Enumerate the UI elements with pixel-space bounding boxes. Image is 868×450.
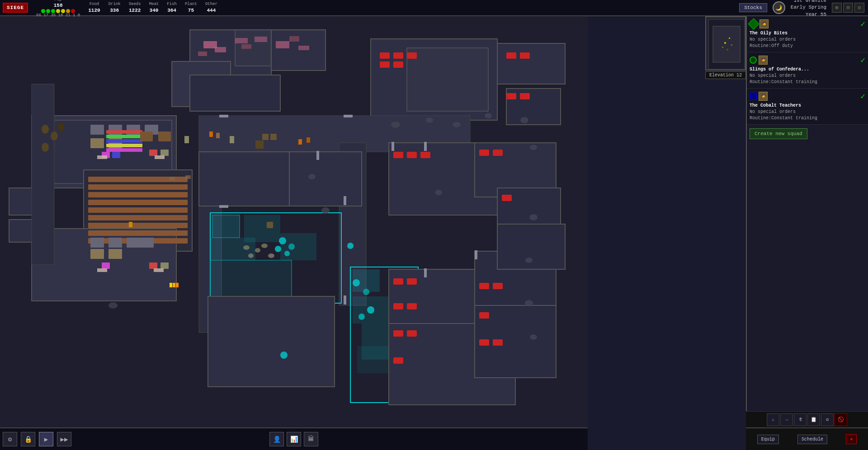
- minimap: [705, 16, 746, 70]
- moon-icon: 🌙: [773, 1, 785, 14]
- squad-1-section: 🧔 ✓ The Oily Bites No special orders Rou…: [747, 16, 868, 52]
- squad-1-check: ✓: [860, 19, 865, 29]
- meat-group: Meat 340: [149, 2, 159, 14]
- game-canvas[interactable]: [0, 16, 588, 450]
- center-icon-1[interactable]: 👤: [269, 432, 284, 446]
- drink-group: Drink 336: [108, 2, 121, 14]
- bottom-right-toolbar: Equip Schedule ✕: [746, 427, 868, 450]
- squad-1-info: The Oily Bites No special orders Routine…: [750, 30, 865, 49]
- squad-1-avatar: 🧔: [760, 19, 769, 28]
- dot-1: [41, 9, 45, 13]
- rp-tool-scroll[interactable]: 📋: [807, 413, 820, 426]
- food-group: Food 1120: [88, 2, 100, 14]
- svg-rect-1: [713, 26, 740, 62]
- stocks-button[interactable]: Stocks: [739, 3, 767, 12]
- svg-rect-2: [724, 42, 726, 44]
- right-panel: 🧔 ✓ The Oily Bites No special orders Rou…: [746, 16, 868, 450]
- close-button[interactable]: ✕: [846, 434, 857, 444]
- equip-button[interactable]: Equip: [757, 435, 779, 444]
- rp-toolbar: ⚔ → 🗡 📋 ⚙ 🚫: [746, 411, 868, 427]
- dot-6: [66, 9, 70, 13]
- squad-2-section: 🧔 ✓ Slings of Confedera... No special or…: [747, 52, 868, 89]
- rp-tool-gear[interactable]: ⚙: [821, 413, 834, 426]
- squad-3-icon: [750, 93, 757, 100]
- center-bottom-icons: 👤 📊 🏛: [269, 432, 318, 446]
- bottom-icon-lock[interactable]: 🔒: [21, 432, 35, 446]
- fish-group: Fish 364: [167, 2, 177, 14]
- dot-4: [56, 9, 60, 13]
- squad-2-icon: [750, 56, 757, 64]
- rp-tool-cancel[interactable]: 🚫: [835, 413, 847, 426]
- svg-rect-5: [731, 44, 732, 46]
- squad-2-check: ✓: [860, 55, 865, 65]
- center-icon-2[interactable]: 📊: [287, 432, 301, 446]
- pop-group: Pop 158 66 17 35 18 21 1 0: [36, 0, 80, 18]
- dot-7: [71, 9, 75, 13]
- squad-3-check: ✓: [860, 91, 865, 101]
- seeds-group: Seeds 1222: [129, 2, 141, 14]
- squad-2-info: Slings of Confedera... No special orders…: [750, 66, 865, 85]
- dot-3: [51, 9, 55, 13]
- squad-3-section: 🧔 ✓ The Cobalt Teachers No special order…: [747, 89, 868, 125]
- minimap-content: [706, 17, 745, 70]
- top-right-bar: Stocks 🌙 1st Granite Early Spring Year 5…: [588, 0, 868, 16]
- dot-2: [46, 9, 50, 13]
- rp-tool-sword[interactable]: ⚔: [767, 413, 779, 426]
- squad-3-info: The Cobalt Teachers No special orders Ro…: [750, 103, 865, 122]
- plant-group: Plant 75: [185, 2, 197, 14]
- other-group: Other 444: [205, 2, 217, 14]
- game-background: [0, 16, 588, 450]
- squad-1-icon: [748, 18, 759, 29]
- rp-tool-dagger[interactable]: 🗡: [794, 413, 807, 426]
- menu-btn-1[interactable]: ⊞: [832, 3, 842, 13]
- squad-3-header: 🧔 ✓: [750, 91, 865, 101]
- schedule-button[interactable]: Schedule: [797, 435, 827, 444]
- top-bar: SIEGE Pop 158 66 17 35 18 21 1 0 Food 11…: [0, 0, 588, 16]
- center-icon-3[interactable]: 🏛: [304, 432, 318, 446]
- elevation-label: Elevation 12: [705, 71, 746, 79]
- squad-2-header: 🧔 ✓: [750, 55, 865, 65]
- rp-tool-arrow[interactable]: →: [780, 413, 793, 426]
- svg-rect-3: [729, 38, 730, 39]
- svg-rect-4: [722, 47, 723, 48]
- minimap-svg: [706, 17, 745, 70]
- menu-btn-2[interactable]: ⊟: [843, 3, 853, 13]
- bottom-icon-settings[interactable]: ⚙: [3, 432, 17, 446]
- dot-5: [61, 9, 65, 13]
- squad-1-header: 🧔 ✓: [750, 19, 865, 29]
- date-display: 1st Granite Early Spring Year 55: [791, 0, 826, 18]
- menu-btn-3[interactable]: ⊡: [854, 3, 864, 13]
- svg-rect-6: [726, 49, 728, 51]
- siege-badge: SIEGE: [3, 3, 28, 13]
- bottom-icon-play[interactable]: ▶: [39, 432, 53, 446]
- ui-buttons: ⊞ ⊟ ⊡: [832, 3, 864, 13]
- create-squad-button[interactable]: Create new squad: [750, 128, 807, 139]
- squad-3-avatar: 🧔: [759, 92, 768, 101]
- pop-dots: [41, 9, 75, 13]
- bottom-bar: ⚙ 🔒 ▶ ▶▶ 👤 📊 🏛: [0, 427, 588, 450]
- squad-2-avatar: 🧔: [759, 56, 768, 65]
- bottom-icon-fast[interactable]: ▶▶: [57, 432, 71, 446]
